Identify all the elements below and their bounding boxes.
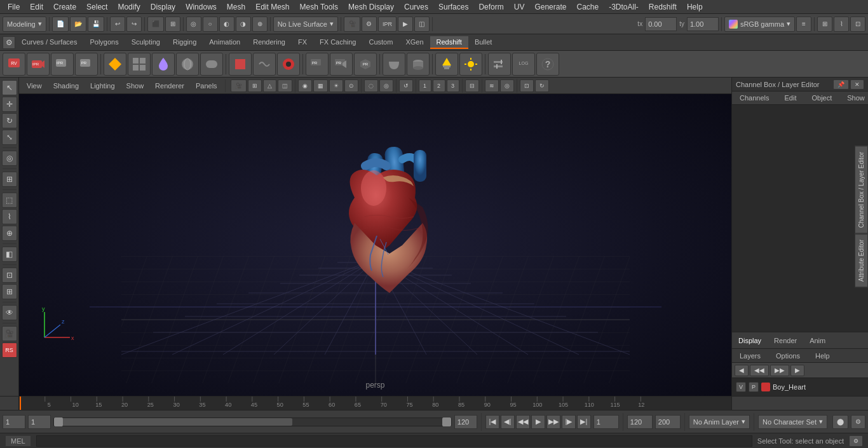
frame-end-field[interactable]: 120 [454,415,477,429]
snap-to-grids-btn[interactable]: ⊞ [2,284,17,299]
ao-btn[interactable]: ⊙ [344,79,358,92]
grid-snap-btn[interactable]: ⊞ [817,17,832,32]
rs-ipr2-icon[interactable]: IPR [51,53,74,76]
grid-vis-btn[interactable]: ⊞ [248,79,262,92]
frame-all-btn[interactable]: ⊡ [520,79,534,92]
shelf-tab-bullet[interactable]: Bullet [468,36,499,49]
render-view-btn[interactable]: 🎥 [2,326,17,341]
step-forward-btn[interactable]: |▶ [562,415,576,429]
open-scene-btn[interactable]: 📂 [70,17,86,32]
play-forward2-btn[interactable]: ▶▶ [546,415,560,429]
channel-box-side-tab[interactable]: Channel Box / Layer Editor [855,146,868,234]
viewport-menu-show[interactable]: Show [121,81,149,91]
viewport-menu-renderer[interactable]: Renderer [150,81,189,91]
shelf-tab-animation[interactable]: Animation [203,36,247,49]
viewport-menu-view[interactable]: View [22,81,47,91]
no-live-surface-dropdown[interactable]: No Live Surface ▾ [273,17,338,32]
soft-select-btn[interactable]: ◐ [219,17,234,32]
layer-playback-btn[interactable]: P [749,382,759,392]
script-mode-btn[interactable]: MEL [5,435,31,447]
shelf-tab-sculpting[interactable]: Sculpting [125,36,166,49]
menu-edit[interactable]: Edit [25,1,48,13]
shaded-btn[interactable]: ◉ [298,79,312,92]
paint-select2-btn[interactable]: ⊕ [2,226,17,241]
shelf-tab-fx[interactable]: FX [292,36,313,49]
menu-windows[interactable]: Windows [180,1,222,13]
menu-cache[interactable]: Cache [571,1,604,13]
save-scene-btn[interactable]: 💾 [88,17,104,32]
lasso-select-btn[interactable]: ◎ [186,17,201,32]
rotate-tool-btn[interactable]: ↻ [2,113,17,128]
menu-modify[interactable]: Modify [112,1,145,13]
settings-btn[interactable]: ≡ [796,17,811,32]
menu-edit-mesh[interactable]: Edit Mesh [250,1,294,13]
rs-bowl-icon[interactable] [383,53,405,76]
marquee-select-btn[interactable]: ⬚ [2,193,17,208]
cb-tab-show[interactable]: Show [839,92,868,104]
soft-select-btn2[interactable]: ◎ [2,151,17,166]
attribute-editor-side-tab[interactable]: Attribute Editor [855,234,868,287]
menu-3dtoall[interactable]: -3DtoAll- [604,1,644,13]
textured-btn[interactable]: ▦ [313,79,328,92]
xray-btn[interactable]: ◌ [364,79,378,92]
status-settings-btn[interactable]: ⚙ [849,435,863,447]
viewport-menu-shading[interactable]: Shading [48,81,84,91]
layer-delete-btn[interactable]: ▶ [790,365,804,376]
viewport-menu-panels[interactable]: Panels [191,81,222,91]
rs-grid-icon[interactable] [128,53,151,76]
menu-file[interactable]: File [3,1,25,13]
rs-help-icon[interactable]: ? [536,53,559,76]
range-thumb-left[interactable] [54,417,63,426]
move-tool-btn[interactable]: ✛ [2,97,17,112]
color-space-dropdown[interactable]: sRGB gamma ▾ [724,17,795,32]
select-tool-btn[interactable]: ↖ [2,80,17,95]
tx-value[interactable]: 0.00 [645,17,677,31]
isolate-btn[interactable]: ◎ [379,79,393,92]
shelf-tab-polygons[interactable]: Polygons [83,36,125,49]
scale-tool-btn[interactable]: ⤡ [2,130,17,145]
layer-add-btn[interactable]: ▶▶ [770,365,789,376]
rs-donut-icon[interactable] [277,53,300,76]
rs-pr3-icon[interactable]: PR [354,53,377,76]
cb-tab-edit[interactable]: Edit [776,92,804,104]
rs-cylinder-icon[interactable] [407,53,430,76]
render-region-btn[interactable]: ◫ [414,17,430,32]
cb-tab-object[interactable]: Object [804,92,839,104]
snap-btn[interactable]: ⊕ [252,17,268,32]
rs-squiggle-icon[interactable] [253,53,276,76]
command-input[interactable] [36,435,752,447]
paint-select-btn[interactable]: ○ [203,17,218,32]
menu-redshift[interactable]: Redshift [644,1,682,13]
show-hide-btn[interactable]: 👁 [2,305,17,320]
res-med-btn[interactable]: 2 [433,79,445,92]
menu-display[interactable]: Display [146,1,180,13]
motion-blur-btn[interactable]: ≋ [485,79,499,92]
rs-sphere-icon[interactable] [176,53,199,76]
loop-btn[interactable]: ↻ [535,79,549,92]
undo-queue-btn[interactable]: ↺ [399,79,413,92]
rs-box-icon[interactable] [229,53,252,76]
layer-menu-layers[interactable]: Layers [735,351,766,361]
range-start-field[interactable]: 1 [28,415,51,429]
select-by-hierarchy-btn[interactable]: ⬛ [147,17,164,32]
ipr-btn[interactable]: IPR [378,17,397,32]
ty-value[interactable]: 1.00 [687,17,719,31]
snap-to-grid-btn[interactable]: ⊞ [165,17,180,32]
dof-btn[interactable]: ◎ [500,79,514,92]
range-slider[interactable] [53,417,452,426]
menu-generate[interactable]: Generate [529,1,571,13]
menu-deform[interactable]: Deform [473,1,508,13]
range-end-field[interactable]: 120 [627,415,653,429]
layer-tab-anim[interactable]: Anim [803,334,832,347]
wireframe-btn[interactable]: ◫ [278,79,292,92]
go-to-start-btn[interactable]: |◀ [485,415,499,429]
shelf-settings-btn[interactable]: ⚙ [3,36,15,49]
menu-uv[interactable]: UV [509,1,530,13]
shelf-tab-curves-surfaces[interactable]: Curves / Surfaces [15,36,83,49]
shelf-tab-rendering[interactable]: Rendering [247,36,292,49]
hud-btn[interactable]: ⊟ [465,79,479,92]
camera-icon-btn[interactable]: 🎥 [231,79,247,92]
layer-prev-btn[interactable]: ◀ [735,365,749,376]
rs-light-icon[interactable] [435,53,458,76]
layer-tab-display[interactable]: Display [732,334,768,347]
